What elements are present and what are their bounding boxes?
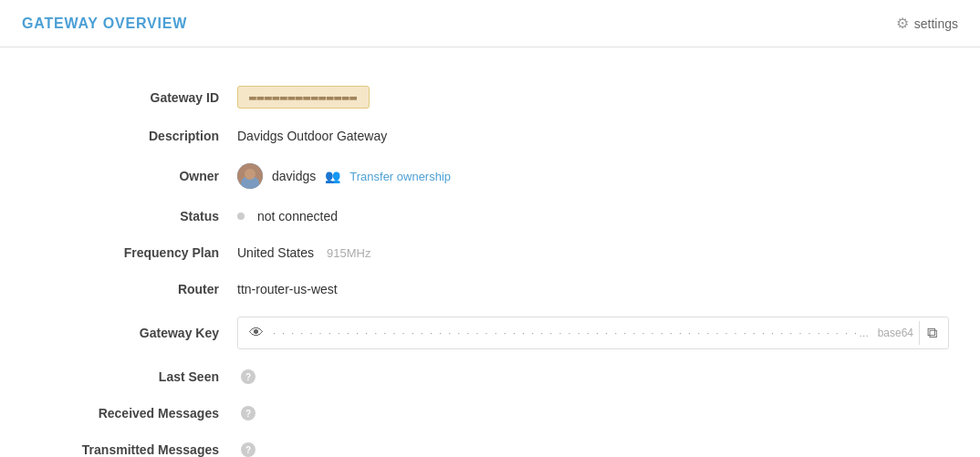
status-value: not connected — [237, 209, 944, 223]
transfer-ownership-link[interactable]: Transfer ownership — [349, 170, 451, 183]
key-base64: base64 — [878, 327, 913, 339]
gateway-key-label: Gateway Key — [36, 326, 237, 340]
owner-label: Owner — [36, 169, 237, 183]
owner-row: Owner davidgs 👥 Transfer ownership — [36, 154, 944, 198]
gateway-id-badge: ▬▬▬▬▬▬▬▬▬▬▬▬▬▬ — [237, 86, 370, 109]
transmitted-row: Transmitted Messages ? — [36, 431, 944, 457]
received-label: Received Messages — [36, 406, 237, 421]
router-text: ttn-router-us-west — [237, 282, 338, 296]
main-content: Gateway ID ▬▬▬▬▬▬▬▬▬▬▬▬▬▬ Description Da… — [0, 47, 980, 457]
description-label: Description — [36, 129, 237, 143]
settings-area[interactable]: ⚙ settings — [896, 15, 958, 32]
gateway-key-box: 👁 · · · · · · · · · · · · · · · · · · · … — [237, 317, 949, 349]
received-help-icon[interactable]: ? — [241, 406, 255, 421]
last-seen-row: Last Seen ? — [36, 358, 944, 395]
people-icon: 👥 — [325, 169, 340, 183]
gateway-id-row: Gateway ID ▬▬▬▬▬▬▬▬▬▬▬▬▬▬ — [36, 77, 944, 118]
frequency-label: Frequency Plan — [36, 245, 237, 260]
description-row: Description Davidgs Outdoor Gateway — [36, 118, 944, 154]
owner-name: davidgs — [272, 169, 316, 183]
frequency-country: United States — [237, 245, 314, 260]
description-text: Davidgs Outdoor Gateway — [237, 129, 387, 143]
status-dot — [237, 213, 245, 220]
transmitted-value: ? — [237, 442, 944, 457]
status-row: Status not connected — [36, 198, 944, 234]
show-key-button[interactable]: 👁 — [245, 321, 267, 345]
key-dots: · · · · · · · · · · · · · · · · · · · · … — [267, 327, 878, 338]
received-row: Received Messages ? — [36, 395, 944, 431]
gear-icon: ⚙ — [896, 15, 909, 32]
copy-icon: ⧉ — [927, 325, 937, 340]
last-seen-help-icon[interactable]: ? — [241, 369, 255, 384]
received-value: ? — [237, 406, 944, 421]
copy-key-button[interactable]: ⧉ — [919, 321, 941, 345]
status-text: not connected — [257, 209, 338, 223]
description-value: Davidgs Outdoor Gateway — [237, 129, 944, 143]
frequency-mhz: 915MHz — [327, 246, 370, 260]
page-title: GATEWAY OVERVIEW — [22, 16, 187, 32]
gateway-id-label: Gateway ID — [36, 90, 237, 105]
transmitted-help-icon[interactable]: ? — [241, 442, 255, 457]
last-seen-label: Last Seen — [36, 369, 237, 384]
frequency-value: United States 915MHz — [237, 245, 944, 260]
status-label: Status — [36, 209, 237, 223]
last-seen-value: ? — [237, 369, 944, 384]
transmitted-label: Transmitted Messages — [36, 442, 237, 457]
eye-icon: 👁 — [249, 325, 264, 341]
gateway-id-value: ▬▬▬▬▬▬▬▬▬▬▬▬▬▬ — [237, 86, 944, 109]
gateway-key-value: 👁 · · · · · · · · · · · · · · · · · · · … — [237, 317, 949, 349]
router-value: ttn-router-us-west — [237, 282, 944, 296]
settings-link[interactable]: settings — [914, 16, 958, 31]
avatar — [237, 163, 263, 189]
page-header: GATEWAY OVERVIEW ⚙ settings — [0, 0, 980, 47]
gateway-key-row: Gateway Key 👁 · · · · · · · · · · · · · … — [36, 307, 944, 358]
router-label: Router — [36, 282, 237, 296]
owner-value: davidgs 👥 Transfer ownership — [237, 163, 944, 189]
router-row: Router ttn-router-us-west — [36, 271, 944, 307]
frequency-row: Frequency Plan United States 915MHz — [36, 234, 944, 271]
